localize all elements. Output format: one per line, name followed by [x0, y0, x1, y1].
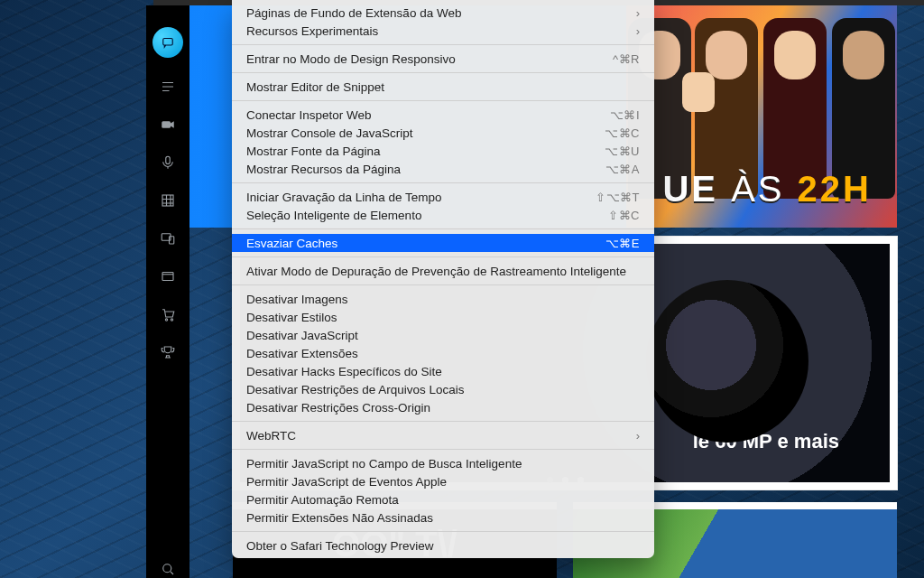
menu-item[interactable]: Obter o Safari Technology Preview	[232, 536, 654, 555]
chevron-right-icon: ›	[636, 429, 640, 443]
menu-item-label: Permitir Automação Remota	[246, 493, 640, 507]
menu-item-label: Desativar Hacks Específicos do Site	[246, 365, 640, 378]
menu-item-label: Seleção Inteligente de Elemento	[246, 209, 608, 222]
menu-item-shortcut: ⌥⌘E	[605, 237, 640, 250]
menu-item-shortcut: ⌥⌘C	[605, 126, 640, 140]
cart-icon[interactable]	[159, 305, 177, 323]
menu-item-label: Mostrar Editor de Snippet	[246, 80, 640, 94]
video-icon[interactable]	[159, 116, 177, 134]
trophy-icon[interactable]	[159, 343, 177, 361]
menu-item-label: Ativar Modo de Depuração de Prevenção de…	[246, 265, 640, 278]
svg-rect-3	[162, 195, 173, 206]
menu-item-shortcut: ⌥⌘I	[610, 108, 640, 122]
menu-item[interactable]: Ativar Modo de Depuração de Prevenção de…	[232, 262, 654, 280]
menu-item-label: Desativar Restrições de Arquivos Locais	[246, 383, 640, 396]
menu-separator	[232, 284, 654, 285]
grid-icon[interactable]	[159, 191, 177, 210]
menu-item-label: Permitir JavaScript de Eventos Apple	[246, 475, 640, 489]
svg-point-8	[171, 319, 172, 321]
menu-item-label: Desativar Imagens	[246, 293, 640, 306]
menu-item-label: Recursos Experimentais	[246, 24, 636, 38]
hero-text-time: 22H	[798, 169, 872, 209]
hero-headline: UE ÀS 22H	[662, 169, 872, 210]
menu-item[interactable]: Mostrar Fonte da Página⌥⌘U	[232, 142, 654, 160]
menu-item-shortcut: ⌥⌘A	[605, 163, 640, 176]
menu-separator	[232, 182, 654, 183]
menu-item-shortcut: ^⌘R	[613, 52, 640, 66]
menu-item-label: Desativar Extensões	[246, 347, 640, 360]
search-icon[interactable]	[159, 560, 177, 578]
phone-caption: le 60 MP e mais	[693, 430, 839, 453]
menu-item[interactable]: Conectar Inspetor Web⌥⌘I	[232, 106, 654, 124]
menu-item-label: Mostrar Fonte da Página	[246, 144, 605, 158]
menu-item-label: Esvaziar Caches	[246, 237, 605, 250]
developer-menu[interactable]: Páginas de Fundo de Extensão da Web›Recu…	[232, 0, 654, 558]
chat-icon	[160, 34, 176, 51]
menu-separator	[232, 72, 654, 73]
window-icon[interactable]	[159, 267, 177, 285]
hero-text-as: ÀS	[731, 169, 784, 209]
site-logo[interactable]	[152, 27, 183, 58]
svg-point-7	[165, 319, 167, 321]
menu-item-label: Mostrar Console de JavaScript	[246, 126, 605, 140]
menu-item[interactable]: Iniciar Gravação da Linha de Tempo⇧⌥⌘T	[232, 188, 654, 206]
menu-item[interactable]: Mostrar Editor de Snippet	[232, 78, 654, 96]
menu-separator	[232, 531, 654, 532]
menu-item-shortcut: ⌥⌘U	[605, 144, 640, 158]
menu-separator	[232, 44, 654, 45]
menu-item[interactable]: WebRTC›	[232, 426, 654, 444]
menu-item[interactable]: Entrar no Modo de Design Responsivo^⌘R	[232, 50, 654, 68]
menu-item-label: WebRTC	[246, 429, 636, 443]
mic-icon[interactable]	[159, 154, 177, 172]
menu-item[interactable]: Mostrar Recursos da Página⌥⌘A	[232, 160, 654, 178]
menu-separator	[232, 228, 654, 229]
menu-item[interactable]: Desativar JavaScript	[232, 326, 654, 344]
menu-item[interactable]: Desativar Estilos	[232, 308, 654, 326]
menu-item[interactable]: Seleção Inteligente de Elemento⇧⌘C	[232, 206, 654, 224]
menu-separator	[232, 100, 654, 101]
svg-rect-2	[166, 156, 171, 163]
svg-rect-0	[163, 39, 173, 46]
svg-rect-1	[162, 121, 171, 128]
menu-item-label: Páginas de Fundo de Extensão da Web	[246, 6, 636, 20]
menu-separator	[232, 256, 654, 257]
menu-item[interactable]: Esvaziar Caches⌥⌘E	[232, 234, 654, 252]
menu-item[interactable]: Páginas de Fundo de Extensão da Web›	[232, 4, 654, 22]
menu-item-label: Entrar no Modo de Design Responsivo	[246, 52, 613, 66]
menu-item[interactable]: Desativar Imagens	[232, 290, 654, 308]
menu-item-label: Desativar Estilos	[246, 311, 640, 324]
menu-item[interactable]: Desativar Restrições de Arquivos Locais	[232, 380, 654, 398]
devices-icon[interactable]	[159, 229, 177, 247]
hero-text-ue: UE	[662, 169, 718, 209]
menu-item[interactable]: Permitir Automação Remota	[232, 490, 654, 508]
svg-point-9	[163, 564, 171, 573]
menu-item[interactable]: Permitir Extensões Não Assinadas	[232, 508, 654, 527]
menu-item-label: Mostrar Recursos da Página	[246, 163, 605, 176]
menu-item[interactable]: Permitir JavaScript no Campo de Busca In…	[232, 454, 654, 472]
site-sidebar	[146, 5, 189, 578]
menu-item[interactable]: Desativar Hacks Específicos do Site	[232, 362, 654, 380]
menu-item-label: Obter o Safari Technology Preview	[246, 539, 640, 553]
menu-separator	[232, 421, 654, 422]
chevron-right-icon: ›	[636, 6, 640, 20]
menu-item[interactable]: Mostrar Console de JavaScript⌥⌘C	[232, 124, 654, 142]
menu-item[interactable]: Permitir JavaScript de Eventos Apple	[232, 472, 654, 490]
menu-item-label: Permitir Extensões Não Assinadas	[246, 511, 640, 525]
menu-item[interactable]: Desativar Restrições Cross-Origin	[232, 398, 654, 416]
feed-icon[interactable]	[159, 78, 177, 96]
chevron-right-icon: ›	[636, 24, 640, 38]
menu-item-shortcut: ⇧⌥⌘T	[596, 191, 640, 204]
menu-item[interactable]: Desativar Extensões	[232, 344, 654, 362]
menu-item-label: Permitir JavaScript no Campo de Busca In…	[246, 457, 640, 471]
menu-item-label: Desativar JavaScript	[246, 329, 640, 342]
menu-item-shortcut: ⇧⌘C	[608, 209, 640, 222]
menu-separator	[232, 449, 654, 450]
svg-rect-6	[162, 273, 173, 281]
menu-item-label: Desativar Restrições Cross-Origin	[246, 401, 640, 415]
menu-item[interactable]: Recursos Experimentais›	[232, 22, 654, 40]
menu-item-label: Iniciar Gravação da Linha de Tempo	[246, 191, 596, 204]
menu-item-label: Conectar Inspetor Web	[246, 108, 610, 122]
